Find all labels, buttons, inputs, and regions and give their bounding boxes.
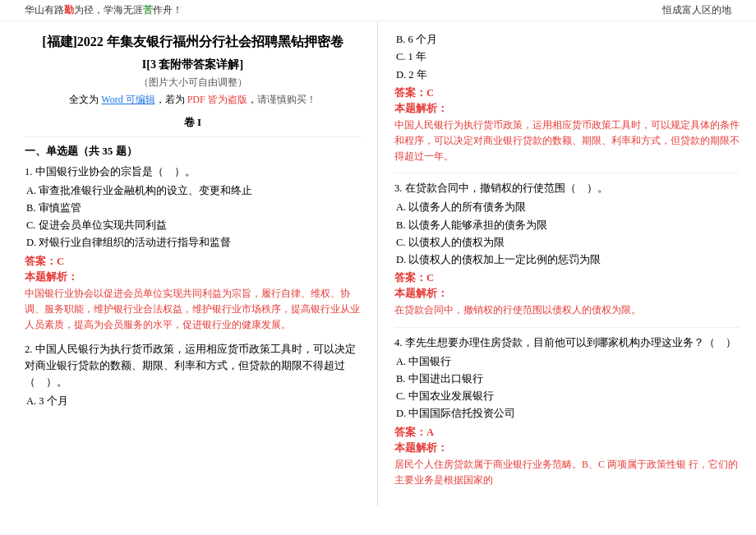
q4-text: 4. 李先生想要办理住房贷款，目前他可以到哪家机构办理这业务？（ ） — [394, 334, 740, 351]
q3-option-d: D. 以债权人的债权加上一定比例的惩罚为限 — [394, 251, 740, 269]
q1-answer: 答案：C — [25, 255, 361, 269]
doc-title: [福建]2022 年集友银行福州分行社会招聘黑钻押密卷 — [25, 31, 361, 53]
section1-title: 一、单选题（共 35 题） — [25, 144, 361, 159]
q3-explanation: 在贷款合同中，撤销权的行使范围以债权人的债权为限。 — [394, 302, 740, 318]
q4-option-d: D. 中国国际信托投资公司 — [394, 405, 740, 422]
question-2-left: 2. 中国人民银行为执行货币政策，运用相应货币政策工具时，可以决定对商业银行贷款… — [25, 341, 361, 410]
question-1: 1. 中国银行业协会的宗旨是（ ）。 A. 审查批准银行业金融机构的设立、变更和… — [25, 164, 361, 334]
q2-text: 2. 中国人民银行为执行货币政策，运用相应货币政策工具时，可以决定对商业银行贷款… — [25, 341, 361, 390]
q3-text: 3. 在贷款合同中，撤销权的行使范围（ ）。 — [394, 180, 740, 196]
q3-option-b: B. 以债务人能够承担的债务为限 — [394, 217, 740, 234]
q3-option-a: A. 以债务人的所有债务为限 — [394, 199, 740, 216]
volume-label: 卷 I — [25, 115, 361, 130]
q1-option-b: B. 审慎监管 — [25, 200, 361, 217]
doc-note: （图片大小可自由调整） — [25, 76, 361, 90]
divider-1 — [25, 136, 361, 137]
q4-explanation: 居民个人住房贷款属于商业银行业务范畴。B、C 两项属于政策性银 行，它们的主要业… — [394, 457, 740, 488]
banner-right: 恒成富人区的地 — [662, 3, 731, 17]
doc-link: 全文为 Word 可编辑，若为 PDF 皆为盗版，请谨慎购买！ — [25, 93, 361, 107]
q1-explanation-title: 本题解析： — [25, 270, 361, 284]
top-banner: 华山有路勤为径，学海无涯苦作舟！ 恒成富人区的地 — [0, 0, 756, 21]
q4-option-c: C. 中国农业发展银行 — [394, 388, 740, 405]
question-3: 3. 在贷款合同中，撤销权的行使范围（ ）。 A. 以债务人的所有债务为限 B.… — [394, 180, 740, 318]
q1-explanation: 中国银行业协会以促进会员单位实现共同利益为宗旨，履行自律、维权、协调、服务职能，… — [25, 286, 361, 334]
q2-option-d: D. 2 年 — [394, 67, 740, 84]
banner-right-text: 恒成富人区的地 — [662, 4, 731, 16]
banner-left-text1: 华山有路勤为径，学海无涯苦作舟！ — [25, 4, 182, 16]
q2-option-b: B. 6 个月 — [394, 31, 740, 48]
q1-option-d: D. 对银行业自律组织的活动进行指导和监督 — [25, 234, 361, 251]
banner-left: 华山有路勤为径，学海无涯苦作舟！ — [25, 3, 182, 17]
q3-option-c: C. 以债权人的债权为限 — [394, 234, 740, 251]
q2-explanation-title: 本题解析： — [394, 102, 740, 116]
divider-2 — [394, 173, 740, 173]
divider-3 — [394, 327, 740, 328]
doc-subtitle: I[3 套附带答案详解] — [25, 58, 361, 72]
q4-answer: 答案：A — [394, 426, 740, 440]
word-link[interactable]: Word 可编辑 — [101, 94, 154, 105]
q4-option-b: B. 中国进出口银行 — [394, 371, 740, 388]
pdf-warning: PDF 皆为盗版 — [187, 94, 247, 105]
question-4: 4. 李先生想要办理住房贷款，目前他可以到哪家机构办理这业务？（ ） A. 中国… — [394, 334, 740, 488]
q2-answer: 答案：C — [394, 86, 740, 100]
q4-explanation-title: 本题解析： — [394, 441, 740, 455]
q3-answer: 答案：C — [394, 271, 740, 285]
left-panel: [福建]2022 年集友银行福州分行社会招聘黑钻押密卷 I[3 套附带答案详解]… — [0, 21, 378, 506]
main-container: [福建]2022 年集友银行福州分行社会招聘黑钻押密卷 I[3 套附带答案详解]… — [0, 21, 756, 506]
q1-option-a: A. 审查批准银行业金融机构的设立、变更和终止 — [25, 182, 361, 200]
q2-explanation: 中国人民银行为执行货币政策，运用相应货币政策工具时，可以规定具体的条件和程序，可… — [394, 118, 740, 165]
q2-option-c: C. 1 年 — [394, 48, 740, 66]
q1-text: 1. 中国银行业协会的宗旨是（ ）。 — [25, 164, 361, 180]
q1-option-c: C. 促进会员单位实现共同利益 — [25, 217, 361, 234]
q2-option-a: A. 3 个月 — [25, 393, 361, 410]
question-2-right: B. 6 个月 C. 1 年 D. 2 年 答案：C 本题解析： 中国人民银行为… — [394, 31, 740, 164]
q3-explanation-title: 本题解析： — [394, 287, 740, 301]
q4-option-a: A. 中国银行 — [394, 353, 740, 371]
right-panel: B. 6 个月 C. 1 年 D. 2 年 答案：C 本题解析： 中国人民银行为… — [378, 21, 756, 506]
buy-text: 请谨慎购买！ — [257, 94, 316, 105]
